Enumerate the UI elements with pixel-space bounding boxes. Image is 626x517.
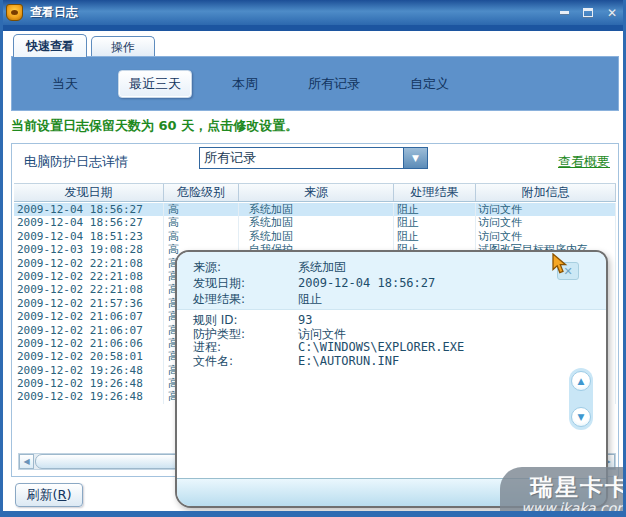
cell-extra-info: 访问文件	[476, 216, 616, 229]
cell-date: 2009-12-02 21:06:07	[14, 324, 164, 337]
titlebar: 查看日志 ✕	[0, 0, 626, 25]
cell-source: 系统加固	[239, 230, 394, 243]
field-label: 防护类型:	[193, 328, 298, 342]
popup-field: 发现日期: 2009-12-04 18:56:27	[177, 275, 606, 291]
cell-extra-info: 访问文件	[476, 203, 616, 216]
titlebar-divider	[0, 25, 626, 31]
cell-result: 阻止	[394, 203, 476, 216]
tab[interactable]: 操作	[91, 36, 155, 57]
column-header[interactable]: 附加信息	[476, 184, 616, 201]
cell-danger-level: 高	[164, 216, 239, 229]
column-header[interactable]: 处理结果	[394, 184, 476, 201]
minimize-icon	[560, 11, 569, 14]
watermark: 瑞星卡卡 www.ikaka.com	[500, 467, 626, 517]
log-retention-notice[interactable]: 当前设置日志保留天数为 60 天，点击修改设置。	[11, 117, 298, 135]
field-value: 2009-12-04 18:56:27	[298, 275, 435, 291]
popup-scroll-control: ▲ ▼	[569, 368, 593, 430]
field-value: 阻止	[298, 291, 322, 307]
cell-date: 2009-12-03 19:08:28	[14, 243, 164, 256]
field-value: C:\WINDOWS\EXPLORER.EXE	[298, 341, 464, 355]
cell-date: 2009-12-02 22:21:08	[14, 270, 164, 283]
scroll-down-icon[interactable]: ▼	[571, 407, 591, 427]
popup-field: 来源: 系统加固	[177, 259, 606, 275]
popup-field: 进程: C:\WINDOWS\EXPLORER.EXE	[177, 341, 566, 355]
panel-title: 电脑防护日志详情	[24, 153, 128, 171]
field-value: E:\AUTORUN.INF	[298, 355, 399, 369]
field-label: 发现日期:	[193, 275, 298, 291]
popup-summary-fields: 来源: 系统加固 发现日期: 2009-12-04 18:56:27 处理结果:…	[177, 252, 606, 307]
field-label: 进程:	[193, 341, 298, 355]
cell-result: 阻止	[394, 230, 476, 243]
field-label: 文件名:	[193, 355, 298, 369]
refresh-button[interactable]: 刷新(R)	[15, 483, 83, 507]
popup-field: 处理结果: 阻止	[177, 291, 606, 307]
popup-field: 防护类型: 访问文件	[177, 328, 566, 342]
refresh-hotkey: R	[57, 487, 66, 502]
cell-source: 系统加固	[239, 216, 394, 229]
field-label: 处理结果:	[193, 291, 298, 307]
cell-date: 2009-12-04 18:51:23	[14, 230, 164, 243]
filter-button[interactable]: 最近三天	[118, 70, 192, 98]
window-title: 查看日志	[30, 4, 78, 21]
refresh-label-suffix: )	[67, 487, 72, 502]
view-summary-link[interactable]: 查看概要	[558, 153, 610, 171]
cell-date: 2009-12-02 22:21:08	[14, 283, 164, 296]
field-label: 规则 ID:	[193, 314, 298, 328]
tab[interactable]: 快速查看	[13, 34, 87, 57]
maximize-icon	[583, 8, 593, 17]
tab-label: 操作	[111, 39, 135, 56]
watermark-brand: 瑞星卡卡	[516, 475, 626, 499]
cell-danger-level: 高	[164, 203, 239, 216]
scroll-left-icon[interactable]: ◀	[19, 454, 34, 469]
scroll-up-icon[interactable]: ▲	[571, 371, 591, 391]
popup-field: 文件名: E:\AUTORUN.INF	[177, 355, 566, 369]
watermark-url: www.ikaka.com	[516, 499, 626, 517]
chevron-down-icon[interactable]: ▼	[403, 148, 427, 168]
table-row[interactable]: 2009-12-04 18:56:27 高 系统加固 阻止 访问文件	[14, 203, 616, 216]
quick-filter-panel: 当天 最近三天 本周 所有记录 自定义	[11, 56, 619, 111]
tab-bar: 快速查看 操作	[13, 34, 155, 56]
cell-danger-level: 高	[164, 230, 239, 243]
field-value: 系统加固	[298, 259, 346, 275]
log-viewer-window: 查看日志 ✕ 快速查看 操作 当天 最近三天 本周 所有记录 自定义 当前设置日…	[0, 0, 626, 517]
cell-date: 2009-12-04 18:56:27	[14, 203, 164, 216]
column-header[interactable]: 危险级别	[164, 184, 239, 201]
cell-date: 2009-12-02 19:26:48	[14, 390, 164, 403]
cell-date: 2009-12-02 21:57:36	[14, 297, 164, 310]
refresh-label: 刷新(	[26, 487, 57, 502]
record-type-dropdown[interactable]: 所有记录 ▼	[199, 147, 428, 169]
column-header[interactable]: 发现日期	[14, 184, 164, 201]
column-header[interactable]: 来源	[239, 184, 394, 201]
table-row[interactable]: 2009-12-04 18:51:23 高 系统加固 阻止 访问文件	[14, 230, 616, 243]
popup-summary-section: 来源: 系统加固 发现日期: 2009-12-04 18:56:27 处理结果:…	[177, 252, 606, 310]
popup-detail-fields: 规则 ID: 93 防护类型: 访问文件 进程: C:\WINDOWS\EXPL…	[177, 314, 566, 368]
cell-date: 2009-12-02 20:58:01	[14, 350, 164, 363]
cell-date: 2009-12-02 21:06:06	[14, 337, 164, 350]
cell-date: 2009-12-02 19:26:48	[14, 364, 164, 377]
close-button[interactable]: ✕	[604, 6, 620, 20]
maximize-button[interactable]	[580, 6, 596, 20]
minimize-button[interactable]	[556, 6, 572, 20]
field-label: 来源:	[193, 259, 298, 275]
dropdown-value: 所有记录	[200, 149, 403, 167]
popup-field: 规则 ID: 93	[177, 314, 566, 328]
cell-result: 阻止	[394, 216, 476, 229]
cell-source: 系统加固	[239, 203, 394, 216]
filter-button[interactable]: 自定义	[400, 71, 459, 97]
tab-label: 快速查看	[26, 38, 74, 55]
filter-button[interactable]: 当天	[42, 71, 88, 97]
window-controls: ✕	[556, 6, 620, 20]
table-header: 发现日期 危险级别 来源 处理结果 附加信息	[14, 183, 616, 202]
cell-date: 2009-12-02 19:26:48	[14, 377, 164, 390]
mouse-cursor	[551, 253, 568, 276]
cell-date: 2009-12-02 21:06:07	[14, 310, 164, 323]
cell-date: 2009-12-02 22:21:08	[14, 257, 164, 270]
field-value: 93	[298, 314, 312, 328]
filter-button[interactable]: 所有记录	[298, 71, 370, 97]
table-row[interactable]: 2009-12-04 18:56:27 高 系统加固 阻止 访问文件	[14, 216, 616, 229]
cell-extra-info: 访问文件	[476, 230, 616, 243]
rising-lion-app-icon	[6, 4, 23, 21]
filter-button[interactable]: 本周	[222, 71, 268, 97]
field-value: 访问文件	[298, 328, 346, 342]
cell-date: 2009-12-04 18:56:27	[14, 216, 164, 229]
